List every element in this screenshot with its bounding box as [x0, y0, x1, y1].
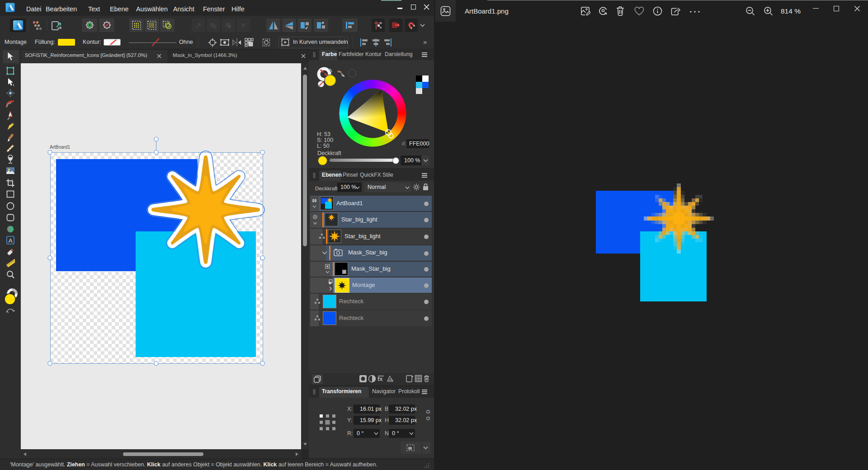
svg-text:fx: fx — [377, 376, 383, 382]
svg-text:A: A — [9, 237, 13, 244]
